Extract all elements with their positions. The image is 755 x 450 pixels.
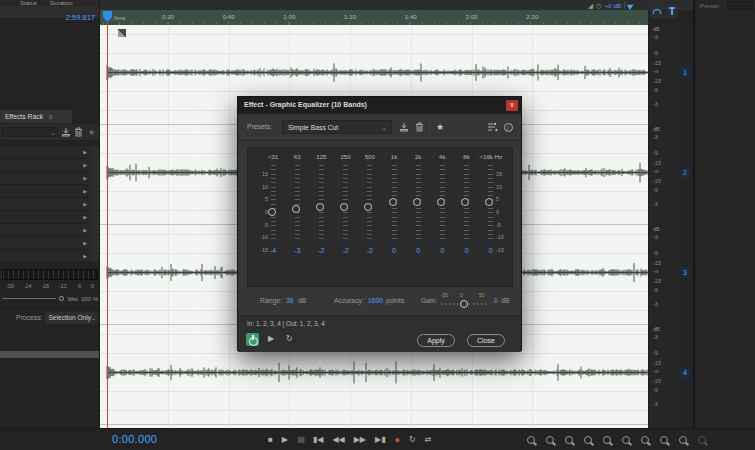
- headphones-icon[interactable]: [650, 4, 663, 18]
- rewind-button[interactable]: ◀◀: [332, 436, 344, 444]
- clock-icon[interactable]: ◷: [596, 2, 602, 10]
- band-slider-knob[interactable]: [364, 203, 372, 211]
- pushpin-icon[interactable]: [665, 4, 678, 18]
- effect-slot-row[interactable]: ▶: [0, 198, 92, 211]
- favorite-icon[interactable]: ★: [86, 127, 97, 138]
- pause-button[interactable]: ▮▮: [297, 436, 304, 444]
- dialog-titlebar[interactable]: Effect - Graphic Equalizer (10 Bands) x: [238, 97, 521, 114]
- loop-preview-button[interactable]: ↻: [286, 334, 293, 343]
- preview-play-button[interactable]: ▶: [268, 334, 274, 343]
- reset-zoom-button[interactable]: [678, 435, 689, 446]
- band-gain-slider[interactable]: [461, 165, 472, 241]
- band-gain-slider[interactable]: [316, 165, 327, 241]
- record-button[interactable]: ●: [395, 436, 400, 445]
- channel-number-badge[interactable]: 4: [679, 367, 691, 378]
- band-gain-value[interactable]: 0: [406, 247, 430, 254]
- effect-slot-row[interactable]: ▶: [0, 172, 92, 185]
- effect-power-toggle[interactable]: [246, 333, 259, 346]
- wet-value[interactable]: 100 %: [81, 296, 98, 302]
- band-gain-slider[interactable]: [268, 165, 279, 241]
- wet-slider-knob[interactable]: [59, 296, 64, 301]
- band-gain-slider[interactable]: [485, 165, 496, 241]
- zoom-alt-button[interactable]: [697, 435, 708, 446]
- preset-dropdown[interactable]: Simple Bass Cut ⌄: [282, 120, 392, 134]
- horizontal-scrollbar-thumb[interactable]: [0, 351, 100, 358]
- effect-slot-row[interactable]: ▶: [0, 211, 92, 224]
- band-slider-knob[interactable]: [437, 198, 445, 206]
- favorite-icon[interactable]: ★: [434, 121, 446, 133]
- wet-slider-track[interactable]: [2, 298, 56, 299]
- panel-menu-icon[interactable]: ≡: [49, 114, 53, 120]
- rack-preset-combo[interactable]: ⌄: [2, 127, 58, 137]
- band-gain-slider[interactable]: [364, 165, 375, 241]
- info-icon[interactable]: i: [502, 121, 514, 133]
- effect-slot-row[interactable]: ▶: [0, 146, 92, 159]
- band-gain-value[interactable]: 0: [455, 247, 479, 254]
- zoom-out-full-button[interactable]: [659, 435, 670, 446]
- zoom-in-amplitude-button[interactable]: [526, 435, 537, 446]
- band-gain-slider[interactable]: [437, 165, 448, 241]
- band-gain-value[interactable]: 0: [430, 247, 454, 254]
- preset-combo-collapsed[interactable]: [727, 1, 753, 10]
- band-slider-knob[interactable]: [268, 208, 276, 216]
- band-gain-value[interactable]: -2: [309, 247, 333, 254]
- band-slider-knob[interactable]: [316, 203, 324, 211]
- zoom-to-selection-button[interactable]: [602, 435, 613, 446]
- band-gain-slider[interactable]: [340, 165, 351, 241]
- playhead-time-display[interactable]: 0:00.000: [112, 433, 157, 445]
- accuracy-value[interactable]: 1600: [368, 297, 383, 304]
- save-preset-icon[interactable]: [398, 121, 410, 133]
- band-gain-value[interactable]: -2: [358, 247, 382, 254]
- zoom-out-amplitude-button[interactable]: [545, 435, 556, 446]
- band-slider-knob[interactable]: [413, 198, 421, 206]
- effect-slot-row[interactable]: ▶: [0, 237, 92, 250]
- band-gain-slider[interactable]: [389, 165, 400, 241]
- band-slider-knob[interactable]: [485, 198, 493, 206]
- zoom-out-time-button[interactable]: [583, 435, 594, 446]
- close-button[interactable]: Close: [467, 334, 505, 347]
- tab-effects-rack[interactable]: Effects Rack ≡: [0, 110, 72, 123]
- skip-to-start-button[interactable]: ▮◀: [313, 436, 324, 444]
- band-gain-value[interactable]: -3: [285, 247, 309, 254]
- delete-preset-icon[interactable]: [413, 121, 425, 133]
- zoom-in-time-button[interactable]: [564, 435, 575, 446]
- delete-preset-icon[interactable]: [73, 127, 84, 138]
- save-preset-icon[interactable]: [60, 127, 71, 138]
- effect-slot-row[interactable]: ▶: [0, 250, 92, 263]
- zoom-selection-in-point-button[interactable]: [621, 435, 632, 446]
- skip-selection-button[interactable]: ⇄: [425, 436, 432, 444]
- volume-icon[interactable]: ◢: [588, 2, 593, 10]
- process-select[interactable]: Selection Only ⌄: [45, 312, 97, 324]
- master-gain-slider[interactable]: -50050: [441, 292, 487, 312]
- timeline-ruler[interactable]: hms 0:200:401:001:201:402:002:20: [100, 10, 648, 25]
- band-slider-knob[interactable]: [461, 198, 469, 206]
- close-icon[interactable]: x: [506, 100, 518, 111]
- pointer-icon[interactable]: [627, 1, 635, 9]
- channel-number-badge[interactable]: 3: [679, 267, 691, 278]
- range-value[interactable]: 36: [286, 297, 294, 304]
- skip-to-end-button[interactable]: ▶▮: [375, 436, 386, 444]
- band-slider-knob[interactable]: [340, 203, 348, 211]
- gain-value[interactable]: 0: [494, 297, 498, 304]
- channel-map-icon[interactable]: [486, 121, 498, 133]
- clip-gain-icon[interactable]: [118, 29, 126, 37]
- band-gain-slider[interactable]: [292, 165, 303, 241]
- band-slider-knob[interactable]: [389, 198, 397, 206]
- band-gain-value[interactable]: -2: [334, 247, 358, 254]
- loop-playback-button[interactable]: ↻: [409, 436, 416, 444]
- monitor-gain-readout[interactable]: +0 dB: [605, 2, 621, 9]
- gain-slider-knob[interactable]: [460, 300, 468, 308]
- stop-button[interactable]: ■: [268, 436, 273, 444]
- effect-slot-row[interactable]: ▶: [0, 159, 92, 172]
- channel-number-badge[interactable]: 1: [679, 67, 691, 78]
- play-button[interactable]: ▶: [282, 436, 288, 444]
- fast-forward-button[interactable]: ▶▶: [354, 436, 366, 444]
- band-gain-slider[interactable]: [413, 165, 424, 241]
- zoom-selection-out-point-button[interactable]: [640, 435, 651, 446]
- band-gain-value[interactable]: 0: [382, 247, 406, 254]
- channel-number-badge[interactable]: 2: [679, 167, 691, 178]
- effect-slot-row[interactable]: ▶: [0, 185, 92, 198]
- band-slider-knob[interactable]: [292, 205, 300, 213]
- effect-slot-row[interactable]: ▶: [0, 224, 92, 237]
- apply-button[interactable]: Apply: [417, 334, 455, 347]
